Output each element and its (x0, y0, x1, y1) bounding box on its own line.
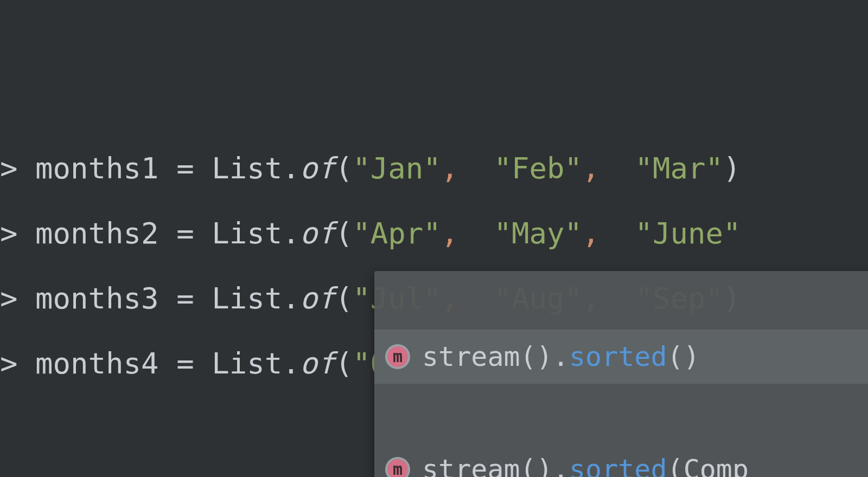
string-literal: "May" (494, 218, 582, 249)
class-name: List (212, 348, 282, 379)
class-name: List (212, 283, 282, 314)
class-name: List (212, 218, 282, 249)
autocomplete-item[interactable]: m stream().sorted() (374, 330, 868, 384)
code-line-1[interactable]: > months1 = List.of("Jan", "Feb", "Mar") (0, 136, 868, 201)
code-line-2[interactable]: > months2 = List.of("Apr", "May", "June" (0, 201, 868, 266)
variable-name: months3 (35, 283, 159, 314)
autocomplete-popup: m stream().sorted() m stream().sorted(Co… (374, 271, 868, 477)
method-name: of (300, 283, 335, 314)
variable-name: months2 (35, 218, 159, 249)
method-icon: m (385, 457, 410, 477)
variable-name: months4 (35, 348, 159, 379)
method-name: of (300, 218, 335, 249)
string-literal: "June" (635, 218, 741, 249)
class-name: List (212, 153, 282, 184)
autocomplete-item[interactable]: m stream().sorted(Comp (374, 442, 868, 477)
string-literal: "Mar" (635, 153, 723, 184)
variable-name: months1 (35, 153, 159, 184)
string-literal: "Feb" (494, 153, 582, 184)
autocomplete-item-label: stream().sorted(Comp (422, 455, 749, 477)
method-name: of (300, 153, 335, 184)
method-icon: m (385, 344, 410, 369)
method-name: of (300, 348, 335, 379)
autocomplete-item-label: stream().sorted() (422, 342, 700, 371)
string-literal: "Apr" (353, 218, 441, 249)
string-literal: "Jan" (353, 153, 441, 184)
code-editor[interactable]: > months1 = List.of("Jan", "Feb", "Mar")… (0, 0, 868, 477)
